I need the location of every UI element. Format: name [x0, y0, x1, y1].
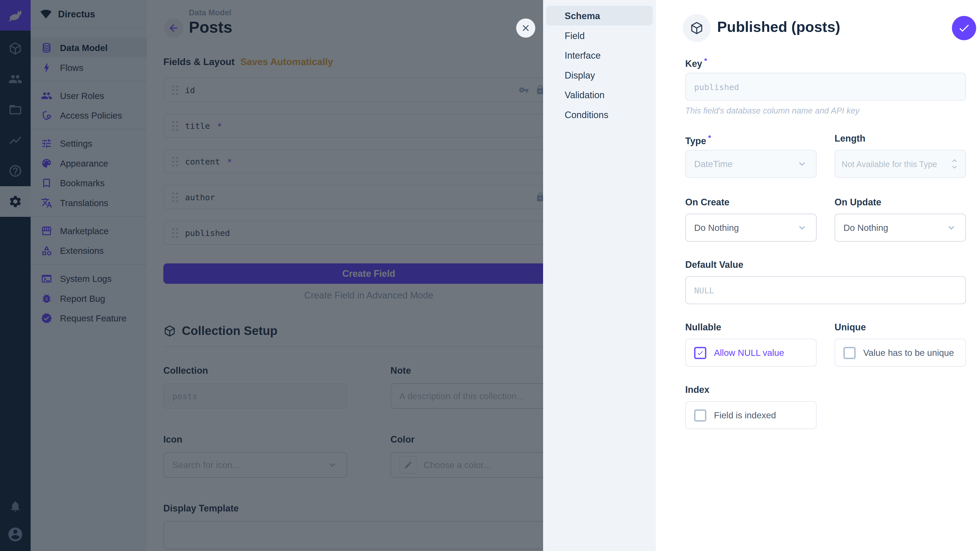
- type-value: DateTime: [694, 159, 732, 169]
- drawer-tab-conditions[interactable]: Conditions: [546, 105, 653, 124]
- default-value-label: Default Value: [685, 260, 966, 270]
- on-create-label: On Create: [685, 197, 817, 207]
- length-input-wrap: [835, 150, 966, 178]
- box-icon: [690, 21, 704, 35]
- drawer-tab-display[interactable]: Display: [546, 65, 653, 85]
- length-label: Length: [835, 133, 966, 144]
- drawer-body: Published (posts) Key* This field's data…: [656, 0, 980, 551]
- close-icon: [520, 23, 531, 33]
- key-input: [694, 82, 957, 92]
- drawer-nav: Schema Field Interface Display Validatio…: [543, 0, 656, 551]
- index-checkbox[interactable]: Field is indexed: [685, 401, 817, 429]
- unique-checkbox[interactable]: Value has to be unique: [835, 339, 966, 367]
- default-value-input[interactable]: [694, 286, 957, 295]
- type-select: DateTime: [685, 150, 817, 178]
- check-icon: [958, 22, 970, 35]
- on-create-select[interactable]: Do Nothing: [685, 214, 817, 242]
- oncreate-onupdate-row: On Create Do Nothing On Update Do Nothin…: [685, 197, 966, 242]
- directus-app: Directus Data Model Flows User Roles Acc…: [0, 0, 980, 551]
- length-input: [842, 159, 950, 169]
- chevron-down-icon: [945, 222, 957, 233]
- nullable-label: Nullable: [685, 322, 817, 332]
- chevron-down-icon: [796, 158, 808, 170]
- type-label: Type*: [685, 133, 817, 144]
- nullable-unique-row: Nullable Allow NULL value Unique Value h…: [685, 322, 966, 367]
- drawer-tab-schema[interactable]: Schema: [546, 6, 653, 26]
- checkbox-icon[interactable]: [843, 347, 856, 359]
- on-update-value: Do Nothing: [843, 223, 888, 233]
- schema-form: Key* This field's database column name a…: [685, 56, 966, 429]
- unique-label: Unique: [835, 322, 966, 332]
- drawer-close-button[interactable]: [516, 19, 535, 38]
- default-value-section: Default Value: [685, 260, 966, 304]
- drawer-tab-validation[interactable]: Validation: [546, 85, 653, 105]
- drawer-tab-interface[interactable]: Interface: [546, 45, 653, 65]
- on-create-value: Do Nothing: [694, 223, 739, 233]
- drawer-tab-field[interactable]: Field: [546, 25, 653, 45]
- drawer-header-icon-circle: [682, 14, 711, 42]
- field-detail-drawer: Schema Field Interface Display Validatio…: [543, 0, 980, 551]
- type-length-row: Type* DateTime Length: [685, 133, 966, 178]
- check-icon: [846, 349, 853, 356]
- chevron-down-icon: [796, 222, 808, 233]
- index-row: Index Field is indexed: [685, 385, 966, 429]
- default-value-input-wrap: [685, 276, 966, 304]
- key-helper-text: This field's database column name and AP…: [685, 106, 966, 116]
- key-input-wrap: [685, 73, 966, 101]
- nullable-checkbox[interactable]: Allow NULL value: [685, 339, 817, 367]
- save-button[interactable]: [952, 16, 976, 40]
- index-label: Index: [685, 385, 817, 395]
- number-stepper: [950, 158, 959, 170]
- key-label: Key*: [685, 56, 966, 66]
- chevron-down-icon: [950, 163, 959, 171]
- drawer-title: Published (posts): [717, 19, 840, 36]
- checkbox-icon[interactable]: [694, 409, 706, 421]
- on-update-select[interactable]: Do Nothing: [835, 214, 966, 242]
- check-icon: [697, 412, 704, 419]
- check-icon: [697, 349, 704, 356]
- on-update-label: On Update: [835, 197, 966, 207]
- checkbox-icon[interactable]: [694, 347, 706, 359]
